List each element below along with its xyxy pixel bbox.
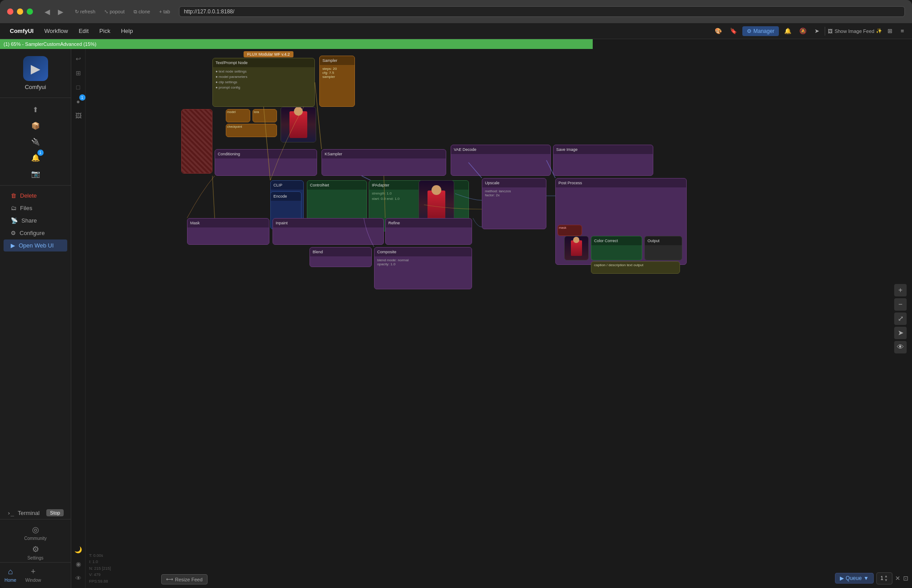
sidebar-item-configure[interactable]: ⚙ Configure (4, 227, 67, 239)
stop-button[interactable]: Stop (46, 509, 64, 516)
view-button[interactable]: 👁 (894, 341, 907, 353)
package-icon[interactable]: 📦 (28, 118, 43, 133)
bookmark-icon[interactable]: 🔖 (727, 26, 740, 36)
pick-menu-item[interactable]: Pick (95, 26, 115, 36)
edit-menu-item[interactable]: Edit (74, 26, 93, 36)
orange-node-a[interactable]: model (226, 109, 250, 122)
stat-t: T: 0.00s (89, 552, 111, 559)
purple-node-2[interactable]: KSampler (322, 149, 446, 176)
far-green-node[interactable]: Color Correct (591, 236, 642, 260)
far-dark-header: Output (645, 236, 682, 245)
orange-a-content: model (226, 109, 250, 114)
palette-icon[interactable]: 🎨 (712, 26, 725, 36)
refresh-button[interactable]: ↻ refresh (71, 8, 99, 16)
side-image-icon[interactable]: 🖼 (72, 109, 85, 122)
purple-node-4[interactable]: Save Image (553, 145, 653, 176)
queue-chevron-icon: ▼ (863, 575, 869, 581)
orange-node-b[interactable]: lora (252, 109, 277, 122)
back-icon[interactable]: ◀ (42, 6, 53, 18)
sidebar-item-open-web-ui[interactable]: ▶ Open Web UI (4, 239, 67, 251)
workflow-canvas: FLUX Modular WF v.4.2 Text/Prompt Node ●… (86, 49, 912, 588)
orange-node-c[interactable]: checkpoint (226, 124, 277, 137)
upload-icon[interactable]: ⬆ (28, 102, 43, 117)
resize-feed-button[interactable]: ⟷ ⟷ Resize Feed Resize Feed (161, 574, 208, 584)
queue-steppers: ▲ ▼ (884, 575, 888, 582)
fit-view-button[interactable]: ⤢ (894, 312, 907, 325)
more-options-icon[interactable]: ≡ (898, 26, 907, 36)
far-olive-node[interactable]: caption / description text output (591, 261, 680, 274)
queue-button[interactable]: ▶ Queue ▼ (835, 573, 874, 584)
side-eye-icon[interactable]: 👁 (72, 572, 85, 584)
minimize-button[interactable] (17, 8, 23, 15)
close-button[interactable] (7, 8, 13, 15)
notification-icon[interactable]: 🔔 1 (28, 150, 43, 165)
manager-button[interactable]: ⚙ Manager (742, 26, 779, 36)
canvas-area[interactable]: FLUX Modular WF v.4.2 Text/Prompt Node ●… (86, 49, 912, 588)
sidebar-bottom-nav: ◎ Community ⚙ Settings ⌂ Home + Window (0, 519, 71, 588)
side-moon-icon[interactable]: 🌙 (72, 543, 85, 556)
far-char-node[interactable] (564, 236, 589, 260)
bell-icon[interactable]: 🔔 (782, 26, 794, 36)
clone-icon: ⧉ (134, 9, 137, 15)
delete-icon: 🗑 (11, 192, 16, 199)
sidebar-item-share[interactable]: 📡 Share (4, 215, 67, 227)
red-node-group[interactable] (181, 109, 212, 174)
sidebar-community[interactable]: ◎ Community (0, 523, 71, 543)
bell-alt-icon[interactable]: 🔕 (797, 26, 809, 36)
side-compass-icon[interactable]: ◉ (72, 558, 85, 570)
split-view-icon[interactable]: ⊞ (885, 26, 895, 36)
blue-1-header: CLIP (271, 181, 303, 190)
tab-icon: + (159, 9, 162, 14)
navigate-button[interactable]: ➤ (894, 327, 907, 339)
queue-count-display: 1 ▲ ▼ (876, 572, 892, 584)
bot-purple-3-header: Refine (386, 219, 472, 227)
side-nav-icon[interactable]: ↩ (72, 53, 85, 65)
side-grid-icon[interactable]: ⊞ (72, 67, 85, 79)
side-badge-icon[interactable]: ● 1 (72, 95, 85, 108)
plugin-icon[interactable]: 🔌 (28, 134, 43, 149)
queue-close-button[interactable]: ✕ (895, 575, 900, 582)
bot-purple-1[interactable]: Mask (187, 218, 269, 245)
popout-button[interactable]: ⤡ popout (101, 8, 128, 16)
purple-node-3[interactable]: VAE Decode (451, 145, 551, 176)
zoom-out-button[interactable]: − (894, 298, 907, 311)
far-red-node[interactable]: mask (558, 225, 582, 236)
image-feed-icon: 🖼 (828, 28, 833, 34)
sidebar-window[interactable]: + Window (21, 565, 46, 584)
bot-purple-5-header: Composite (375, 247, 472, 256)
sidebar-item-files[interactable]: 🗂 Files (4, 202, 67, 214)
camera-icon[interactable]: 📷 (28, 166, 43, 181)
sampler-node[interactable]: Sampler steps: 20 cfg: 7.5 sampler (319, 56, 355, 107)
url-bar[interactable] (179, 6, 905, 17)
queue-increment-button[interactable]: ▲ (884, 575, 888, 578)
maximize-button[interactable] (27, 8, 33, 15)
divider (825, 27, 825, 36)
sidebar-menu: 🗑 Delete 🗂 Files 📡 Share ⚙ Configure ▶ (0, 186, 71, 507)
blue-2-header: Encode (271, 192, 301, 201)
red-pattern (182, 109, 212, 173)
queue-decrement-button[interactable]: ▼ (884, 579, 888, 582)
queue-expand-button[interactable]: ⊡ (903, 575, 908, 582)
forward-icon[interactable]: ▶ (55, 6, 66, 18)
right-purple-1[interactable]: Upscale method: lanczos factor: 2x (482, 178, 546, 229)
side-box-icon[interactable]: □ (72, 81, 85, 93)
zoom-in-button[interactable]: + (894, 284, 907, 296)
purple-node-1[interactable]: Conditioning (215, 149, 317, 176)
bot-purple-5[interactable]: Composite blend mode: normal opacity: 1.… (374, 247, 472, 289)
brand-menu-item[interactable]: ComfyUI (5, 26, 38, 36)
bot-purple-3[interactable]: Refine (385, 218, 472, 245)
share-icon[interactable]: ➤ (812, 26, 822, 36)
clone-button[interactable]: ⧉ clone (130, 8, 154, 16)
character-node-1[interactable] (281, 107, 316, 142)
tab-button[interactable]: + tab (155, 8, 174, 16)
help-menu-item[interactable]: Help (117, 26, 138, 36)
char-head-1 (294, 107, 303, 116)
workflow-menu-item[interactable]: Workflow (40, 26, 72, 36)
far-dark-node[interactable]: Output (644, 236, 682, 260)
text-prompt-node[interactable]: Text/Prompt Node ● text node settings ● … (212, 58, 315, 107)
bot-purple-2[interactable]: Inpaint (273, 218, 384, 245)
sidebar-home[interactable]: ⌂ Home (0, 565, 21, 584)
sidebar-item-delete[interactable]: 🗑 Delete (4, 190, 67, 202)
sidebar-settings[interactable]: ⚙ Settings (0, 543, 71, 562)
bot-purple-4[interactable]: Blend (309, 247, 372, 267)
